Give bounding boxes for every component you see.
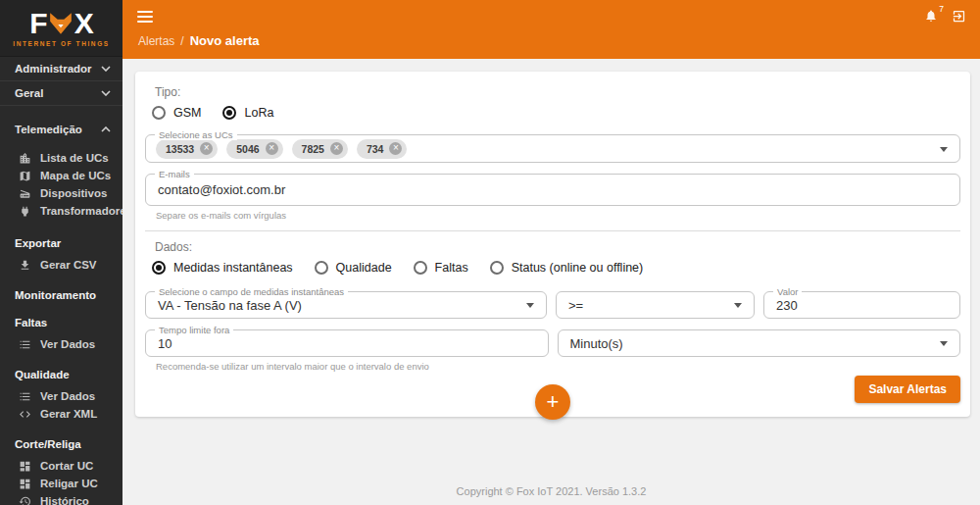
footer-copyright: Copyright © Fox IoT 2021. Versão 1.3.2 [122,485,980,497]
sidebar-item-geral[interactable]: Geral [0,81,122,106]
sidebar-item-gerar-csv[interactable]: Gerar CSV [0,256,122,274]
radio-gsm[interactable]: GSM [152,106,201,120]
sidebar-item-telemedicao[interactable]: Telemedição [0,116,122,143]
tempo-field-wrap: Tempo limite fora [145,329,549,357]
chevron-down-icon [101,66,111,72]
sidebar-toggle-label: Administrador [15,63,92,75]
emails-field-label: E-mails [155,169,194,179]
ucs-multiselect[interactable]: Selecione as UCs 13533 × 5046 × 7825 × [145,134,960,163]
operador-select[interactable]: >= [556,291,755,319]
sidebar-section-exportar: Exportar [0,237,122,249]
code-icon [19,408,31,421]
emails-helper-text: Separe os e-mails com vírgulas [156,210,960,221]
uc-chip: 7825 × [292,139,348,159]
sidebar-section-faltas: Faltas [0,317,122,328]
sidebar-item-lista-de-ucs[interactable]: Lista de UCs [0,149,122,167]
uc-chip-value: 5046 [236,143,259,155]
sidebar-item-transformadores[interactable]: Transformadores [0,202,122,220]
notification-count-badge: 7 [939,4,944,14]
tipo-radio-group: GSM LoRa [152,106,960,120]
sidebar-item-label: Histórico [40,495,89,505]
sidebar-item-cortar-uc[interactable]: Cortar UC [0,457,122,475]
uc-chip: 734 × [357,139,408,159]
chip-remove-icon[interactable]: × [330,142,343,155]
tempo-field-label: Tempo limite fora [155,325,233,335]
radio-lora[interactable]: LoRa [222,106,273,120]
sidebar-section-qualidade: Qualidade [0,369,122,380]
sidebar-item-faltas-ver-dados[interactable]: Ver Dados [0,335,122,353]
radio-faltas[interactable]: Faltas [414,261,468,275]
campo-select[interactable]: Selecione o campo de medidas instantânea… [145,291,547,319]
radio-label: Medidas instantâneas [173,261,293,275]
plug-icon [19,205,31,218]
radio-circle [315,261,328,275]
radio-label: Status (online ou offline) [512,261,644,275]
radio-circle [414,261,427,275]
main-content: Tipo: GSM LoRa Selecione as UCs 13533 × [122,59,980,505]
sidebar-item-historico[interactable]: Histórico [0,492,122,505]
add-alert-button[interactable]: + [535,384,570,420]
operador-select-value: >= [557,292,754,318]
top-header: 7 Alertas / Novo alerta [122,0,980,59]
sidebar-item-religar-uc[interactable]: Religar UC [0,475,122,492]
sidebar-item-gerar-xml[interactable]: Gerar XML [0,405,122,423]
sidebar-item-qualidade-ver-dados[interactable]: Ver Dados [0,387,122,405]
uc-chip-value: 734 [367,143,384,155]
logout-icon[interactable] [952,9,966,24]
radio-circle [152,261,166,275]
notifications-bell-icon[interactable]: 7 [924,9,938,23]
list-icon [19,390,31,403]
dashboard-icon [19,478,31,490]
chip-remove-icon[interactable]: × [389,142,402,155]
save-alerts-button[interactable]: Salvar Alertas [855,376,960,403]
app-root: F X INTERNET OF THINGS Administrador Ger… [0,0,980,505]
sidebar-item-label: Dispositivos [40,187,107,199]
list-icon [19,338,31,351]
chevron-down-icon [101,90,111,96]
radio-circle [152,106,166,120]
hamburger-menu-icon[interactable] [137,11,153,23]
sidebar-item-label: Ver Dados [40,338,95,350]
radio-circle [222,106,236,120]
dashboard-icon [19,460,31,473]
sidebar-item-dispositivos[interactable]: Dispositivos [0,184,122,202]
dropdown-caret-icon [526,303,534,308]
sidebar-item-administrador[interactable]: Administrador [0,57,122,81]
download-icon [19,259,31,272]
radio-label: GSM [173,106,201,120]
brand-logo[interactable]: F X INTERNET OF THINGS [0,0,122,57]
sidebar-item-label: Gerar XML [40,408,97,420]
map-icon [19,170,31,182]
sidebar-item-label: Transformadores [40,205,122,217]
uc-chip-value: 13533 [166,143,194,155]
ucs-field-label: Selecione as UCs [155,129,237,140]
radio-label: LoRa [244,106,273,120]
dados-label: Dados: [155,240,960,254]
radio-circle [490,261,504,275]
page-title: Novo alerta [190,33,260,48]
section-divider [145,230,960,231]
sidebar-item-label: Lista de UCs [40,152,109,164]
sidebar-toggle-label: Geral [15,87,43,99]
unidade-select-value: Minuto(s) [559,330,960,356]
city-icon [19,152,31,165]
logo-wordmark: F X [29,9,92,38]
chip-remove-icon[interactable]: × [200,142,213,155]
uc-chip: 5046 × [226,139,282,159]
ucs-chip-list: 13533 × 5046 × 7825 × 734 × [146,135,959,162]
sidebar: F X INTERNET OF THINGS Administrador Ger… [0,0,122,505]
sidebar-item-mapa-de-ucs[interactable]: Mapa de UCs [0,167,122,184]
emails-input[interactable] [146,175,959,205]
chevron-up-icon [101,126,111,132]
sidebar-item-label: Religar UC [40,478,98,489]
breadcrumb-alertas[interactable]: Alertas [138,34,174,48]
condition-row: Selecione o campo de medidas instantânea… [145,291,960,319]
radio-status[interactable]: Status (online ou offline) [490,261,644,275]
dropdown-caret-icon [940,147,948,152]
tipo-label: Tipo: [155,85,960,99]
chip-remove-icon[interactable]: × [266,142,278,155]
radio-qualidade[interactable]: Qualidade [315,261,392,275]
radio-medidas-instantaneas[interactable]: Medidas instantâneas [152,261,293,275]
unidade-select[interactable]: Minuto(s) [558,329,961,357]
sidebar-section-corte-religa: Corte/Religa [0,438,122,450]
